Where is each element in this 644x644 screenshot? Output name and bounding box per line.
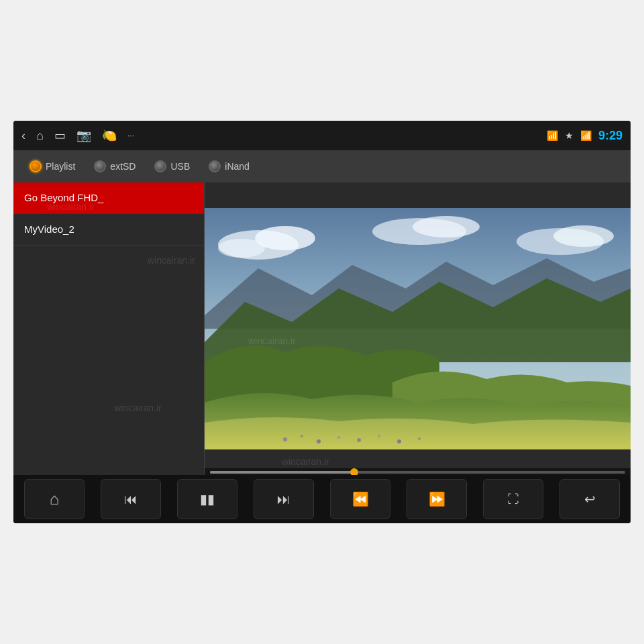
svg-point-10 [283,437,287,441]
video-area [205,182,631,475]
playlist-item-text-0: Go Beyond FHD_ [24,192,103,203]
time-display: 9:29 [598,129,623,143]
fullscreen-icon: ⛶ [507,492,519,506]
progress-bar-fill [210,471,356,474]
wifi-icon: 📶 [580,130,592,141]
home-button[interactable]: ⌂ [24,479,85,519]
pause-button[interactable]: ▮▮ [177,479,237,519]
svg-point-5 [413,216,480,237]
home-icon: ⌂ [50,490,60,508]
next-button[interactable]: ⏭ [254,479,314,519]
bluetooth-icon: ★ [565,130,574,141]
bag-nav-icon[interactable]: 🍋 [102,128,117,143]
progress-bar-track [210,471,625,474]
source-dot-usb [154,160,166,172]
svg-point-14 [357,438,361,442]
playlist-panel: Go Beyond FHD_ MyVideo_2 [13,182,205,475]
source-dot-extsd [94,160,106,172]
back-button[interactable]: ↩ [559,479,620,519]
ffwd-button[interactable]: ⏩ [407,479,467,519]
svg-point-16 [397,439,401,443]
source-inand[interactable]: iNand [203,158,255,175]
source-label-playlist: Playlist [46,161,75,172]
prev-icon: ⏮ [124,492,138,507]
source-playlist[interactable]: Playlist [24,158,80,175]
main-content: Go Beyond FHD_ MyVideo_2 [13,182,631,475]
playlist-item-text-1: MyVideo_2 [24,223,74,235]
source-dot-inand [209,160,221,172]
home-nav-icon[interactable]: ⌂ [36,129,44,143]
svg-point-7 [553,225,614,247]
video-svg [205,182,631,475]
fullscreen-button[interactable]: ⛶ [483,479,543,519]
next-icon: ⏭ [277,492,290,507]
back-icon: ↩ [584,491,596,507]
source-extsd[interactable]: extSD [89,158,141,175]
ffwd-icon: ⏩ [429,491,445,507]
device-frame: wincairan.ir wincairan.ir wincairan.ir w… [13,121,631,523]
svg-point-3 [218,239,265,258]
control-bar: ⌂ ⏮ ▮▮ ⏭ ⏪ ⏩ ⛶ ↩ [13,475,631,523]
status-bar: ‹ ⌂ ▭ 📷 🍋 ··· 📶 ★ 📶 9:29 [13,121,631,150]
progress-thumb [350,468,358,475]
recents-nav-icon[interactable]: ▭ [54,128,66,143]
status-right: 📶 ★ 📶 9:29 [547,129,623,143]
svg-point-12 [317,439,321,443]
playlist-item-1[interactable]: MyVideo_2 [13,214,204,246]
pause-icon: ▮▮ [200,491,215,507]
svg-point-11 [301,435,303,437]
progress-bar-container[interactable] [205,468,631,475]
svg-point-17 [418,437,421,440]
source-label-extsd: extSD [110,161,136,172]
source-label-usb: USB [170,161,190,172]
video-frame[interactable] [205,182,631,475]
svg-point-15 [378,435,380,437]
nav-icons: ‹ ⌂ ▭ 📷 🍋 ··· [21,128,134,143]
source-label-inand: iNand [225,161,250,172]
source-usb[interactable]: USB [149,158,195,175]
rewind-button[interactable]: ⏪ [330,479,390,519]
playlist-item-0[interactable]: Go Beyond FHD_ [13,182,204,214]
rewind-icon: ⏪ [352,491,369,507]
source-bar: Playlist extSD USB iNand [13,150,631,182]
more-nav-icon[interactable]: ··· [127,131,134,140]
back-nav-icon[interactable]: ‹ [21,129,25,143]
camera-nav-icon[interactable]: 📷 [76,128,91,143]
svg-point-13 [337,436,340,439]
cast-icon: 📶 [547,130,558,141]
source-dot-playlist [30,160,42,172]
prev-button[interactable]: ⏮ [101,479,161,519]
